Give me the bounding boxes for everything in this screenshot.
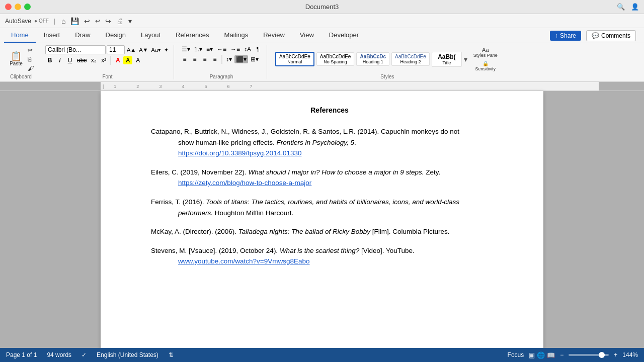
styles-group-label: Styles — [380, 74, 394, 79]
ruler: | 1 2 3 4 5 6 7 — [0, 82, 644, 91]
undo2-icon[interactable]: ↩ — [94, 18, 101, 25]
tab-view[interactable]: View — [293, 28, 321, 43]
ribbon-group-font: Calibri (Bo... 11 A▲ A▼ Aa▾ ✦ B I U abc … — [41, 45, 174, 79]
tab-mailings[interactable]: Mailings — [217, 28, 256, 43]
decrease-indent-button[interactable]: ←≡ — [215, 45, 228, 53]
font-grow-button[interactable]: A▲ — [126, 47, 137, 53]
align-left-button[interactable]: ≡ — [180, 55, 189, 63]
comments-button[interactable]: 💬 Comments — [586, 30, 636, 41]
subscript-button[interactable]: x₂ — [89, 56, 98, 64]
comment-icon: 💬 — [592, 32, 599, 39]
zoom-out-button[interactable]: − — [560, 351, 564, 358]
view-print-icon[interactable]: ▣ — [529, 351, 535, 359]
style-heading1[interactable]: AaBbCcDc Heading 1 — [356, 52, 389, 66]
highlight-button[interactable]: A — [123, 56, 132, 64]
sensitivity-button[interactable]: 🔒 Sensitivity — [471, 60, 500, 72]
search-icon[interactable]: 🔍 — [617, 3, 625, 11]
home-icon[interactable]: ⌂ — [60, 17, 66, 25]
status-right: Focus ▣ 🌐 📖 − + 144% — [508, 351, 638, 359]
clear-format-button[interactable]: ✦ — [163, 47, 170, 53]
tab-insert[interactable]: Insert — [37, 28, 67, 43]
align-right-button[interactable]: ≡ — [200, 55, 209, 63]
font-color-button[interactable]: A — [113, 56, 122, 64]
font-shrink-button[interactable]: A▼ — [138, 47, 149, 53]
tab-references[interactable]: References — [169, 28, 216, 43]
numbering-button[interactable]: 1.▾ — [193, 45, 204, 53]
styles-pane-button[interactable]: Aa Styles Pane — [471, 46, 500, 59]
ribbon-group-paragraph: ☰▾ 1.▾ ≡▾ ←≡ →≡ ↕A ¶ ≡ ≡ ≡ ≡ ↕▾ ⬛▾ ⊞▾ — [176, 45, 267, 79]
italic-button[interactable]: I — [55, 56, 64, 64]
ref4-text: McKay, A. (Director). (2006). Talladega … — [151, 228, 450, 235]
justify-button[interactable]: ≡ — [210, 55, 219, 63]
undo-icon[interactable]: ↩ — [83, 17, 91, 25]
tab-design[interactable]: Design — [99, 28, 133, 43]
ribbon-content: 📋 Paste ✂ ⎘ 🖌 Clipboard Calibri (Bo... 1… — [0, 43, 644, 81]
styles-more-button[interactable]: ▾ — [464, 55, 467, 63]
strikethrough-button[interactable]: abc — [75, 56, 88, 64]
document-title: Document3 — [305, 3, 339, 11]
maximize-button[interactable] — [24, 4, 31, 10]
view-web-icon[interactable]: 🌐 — [537, 351, 545, 359]
paste-button[interactable]: 📋 Paste — [7, 51, 25, 67]
print-icon[interactable]: 🖨 — [115, 17, 124, 25]
zoom-slider[interactable] — [569, 354, 609, 356]
paste-icon: 📋 — [11, 52, 22, 61]
tab-home[interactable]: Home — [4, 28, 36, 43]
style-heading2[interactable]: AaBbCcDdEe Heading 2 — [391, 52, 430, 66]
borders-button[interactable]: ⊞▾ — [249, 55, 260, 63]
view-read-icon[interactable]: 📖 — [547, 351, 555, 359]
show-marks-button[interactable]: ¶ — [254, 45, 263, 53]
share-button[interactable]: ↑ Share — [550, 31, 581, 41]
style-title[interactable]: AaBb( Title — [432, 52, 462, 67]
style-normal[interactable]: AaBbCcDdEe Normal — [275, 52, 314, 66]
ref2-link[interactable]: https://zety.com/blog/how-to-choose-a-ma… — [151, 177, 508, 189]
references-heading: References — [151, 106, 508, 114]
quick-tools-bar: AutoSave ● OFF | ⌂ 💾 ↩ ↩ ↪ 🖨 ▾ — [0, 14, 644, 28]
tab-layout[interactable]: Layout — [134, 28, 168, 43]
shading-button[interactable]: ⬛▾ — [234, 55, 248, 63]
sort-button[interactable]: ↕A — [243, 45, 253, 53]
save-icon[interactable]: 💾 — [69, 17, 80, 25]
tab-draw[interactable]: Draw — [68, 28, 97, 43]
track-changes-icon[interactable]: ⇅ — [169, 351, 174, 358]
ribbon-group-clipboard: 📋 Paste ✂ ⎘ 🖌 Clipboard — [3, 45, 39, 79]
tab-developer[interactable]: Developer — [322, 28, 366, 43]
redo-icon[interactable]: ↪ — [104, 17, 112, 25]
minimize-button[interactable] — [15, 4, 21, 10]
align-center-button[interactable]: ≡ — [190, 55, 199, 63]
zoom-level[interactable]: 144% — [622, 351, 638, 358]
change-case-button[interactable]: Aa▾ — [150, 47, 162, 53]
ref4-italic: Talladega nights: The ballad of Ricky Bo… — [238, 228, 370, 235]
more-icon[interactable]: ▾ — [127, 17, 133, 25]
ref2-italic: What should I major in? How to choose a … — [249, 168, 424, 176]
copy-button[interactable]: ⎘ — [27, 55, 35, 63]
tab-review[interactable]: Review — [256, 28, 292, 43]
bold-button[interactable]: B — [45, 56, 54, 64]
language[interactable]: English (United States) — [97, 351, 158, 358]
close-button[interactable] — [5, 4, 12, 10]
superscript-button[interactable]: x² — [99, 56, 108, 64]
text-effect-button[interactable]: A — [133, 56, 142, 64]
cut-button[interactable]: ✂ — [27, 46, 35, 54]
font-name-selector[interactable]: Calibri (Bo... — [45, 45, 106, 54]
ref1-link[interactable]: https://doi.org/10.3389/fpsyg.2014.01330 — [178, 148, 508, 159]
zoom-in-button[interactable]: + — [614, 351, 617, 358]
style-no-spacing[interactable]: AaBbCcDdEe No Spacing — [316, 52, 355, 66]
ref5-link[interactable]: www.youtube.com/watch?v=9Vmwsg8Eabo — [151, 256, 508, 267]
line-spacing-button[interactable]: ↕▾ — [224, 55, 233, 63]
ribbon-group-styles: AaBbCcDdEe Normal AaBbCcDdEe No Spacing … — [269, 45, 506, 79]
ref1-continuation: show human-like pricing effects. Frontie… — [178, 137, 508, 148]
focus-button[interactable]: Focus — [508, 351, 524, 358]
font-size-selector[interactable]: 11 — [107, 45, 125, 54]
multilevel-list-button[interactable]: ≡▾ — [205, 45, 214, 53]
bullets-button[interactable]: ☰▾ — [180, 45, 192, 53]
view-icons: ▣ 🌐 📖 — [529, 351, 555, 359]
increase-indent-button[interactable]: →≡ — [229, 45, 242, 53]
underline-button[interactable]: U — [65, 56, 74, 64]
ref1-text: Catapano, R., Buttrick, N., Widness, J.,… — [151, 128, 459, 135]
proofing-icon[interactable]: ✓ — [82, 351, 87, 358]
ref3-continuation: performers. Houghton Mifflin Harcourt. — [151, 208, 508, 219]
format-painter-button[interactable]: 🖌 — [27, 64, 35, 72]
sensitivity-icon: 🔒 — [482, 61, 489, 66]
account-icon[interactable]: 👤 — [631, 3, 639, 11]
